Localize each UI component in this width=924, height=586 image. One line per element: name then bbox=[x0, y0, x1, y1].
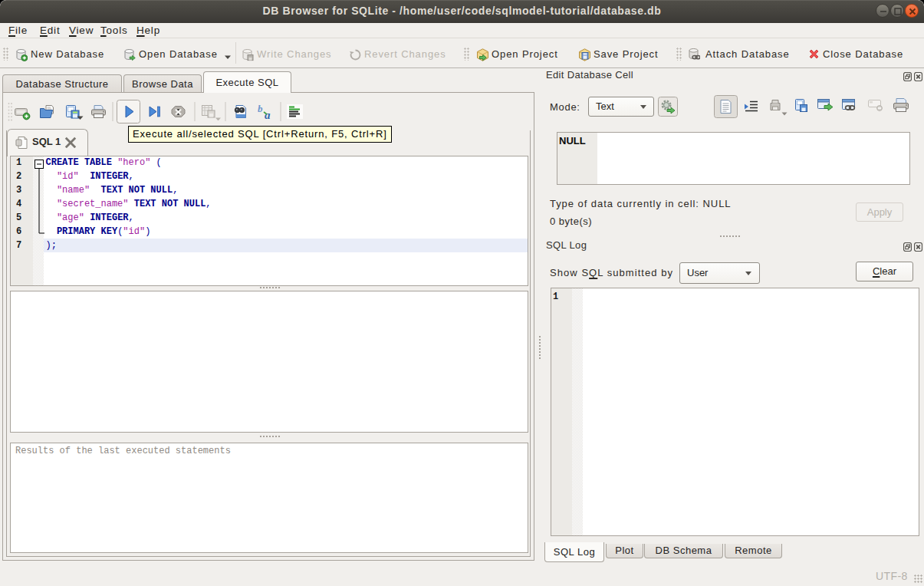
svg-text:a: a bbox=[265, 109, 271, 120]
svg-text:b: b bbox=[258, 104, 263, 114]
